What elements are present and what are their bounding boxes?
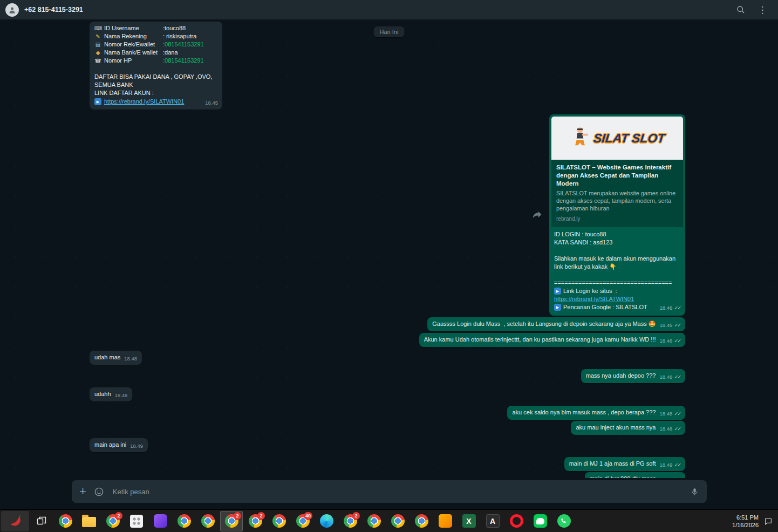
- taskbar-file-explorer[interactable]: [78, 511, 100, 531]
- google-search-label: Pencarian Google : SILATSLOT: [563, 303, 647, 311]
- link-preview-image[interactable]: SILAT SLOT: [551, 117, 683, 160]
- link-label: LINK DAFTAR AKUN :: [94, 89, 217, 97]
- forward-icon[interactable]: [532, 209, 543, 221]
- message-body: ID LOGIN : touco88 KATA SANDI : asd123 S…: [551, 227, 683, 312]
- badge: 2: [115, 512, 122, 520]
- outgoing-message[interactable]: mass nya udah depoo ???18.48✓✓: [581, 369, 685, 383]
- preview-title: SILATSLOT – Website Games Interaktif den…: [556, 163, 678, 188]
- pencil-icon: ✎: [94, 32, 101, 40]
- composer-bar: +: [72, 480, 707, 503]
- taskbar-chrome[interactable]: 2: [101, 511, 124, 531]
- taskbar-purple-app[interactable]: [149, 511, 172, 531]
- field-label: Nama Rekening: [104, 32, 160, 40]
- taskbar-chrome[interactable]: 2: [339, 511, 361, 531]
- taskbar-chrome[interactable]: [363, 511, 385, 531]
- contact-avatar[interactable]: [5, 3, 19, 17]
- message-input[interactable]: [112, 487, 683, 496]
- start-button[interactable]: [1, 511, 29, 531]
- message-text: udahh: [94, 391, 111, 397]
- taskbar-chrome[interactable]: [54, 511, 77, 531]
- outgoing-message[interactable]: Akun kamu Udah otomatis terinjecttt, dan…: [419, 333, 685, 347]
- incoming-message[interactable]: main apa ini18.49: [90, 438, 148, 452]
- taskbar-chrome[interactable]: [196, 511, 219, 531]
- account-field: ☎ Nomor HP :081541153291: [94, 57, 217, 65]
- taskbar-whatsapp[interactable]: [552, 511, 575, 531]
- message-time: 18.48: [115, 391, 128, 399]
- notification-icon[interactable]: [764, 517, 773, 526]
- tray-clock[interactable]: 6:51 PM 1/16/2026: [732, 514, 759, 529]
- attach-plus-icon[interactable]: +: [79, 486, 86, 497]
- message-text: aku mau inject akun mass nya: [576, 424, 656, 431]
- taskbar-chrome[interactable]: [410, 511, 433, 531]
- register-link[interactable]: https://rebrand.ly/SILATWIN01: [104, 98, 184, 106]
- badge: 2: [234, 512, 241, 520]
- taskbar-orange-app[interactable]: [434, 511, 456, 531]
- task-view-button[interactable]: [30, 511, 53, 531]
- taskbar-line[interactable]: [529, 511, 551, 531]
- message-text: main apa ini: [94, 441, 126, 448]
- login-link[interactable]: https://rebrand.ly/SILATWIN01: [554, 295, 634, 303]
- search-icon[interactable]: [733, 2, 749, 18]
- chat-area: Hari Ini ⌨ ID Username :touco88 ✎ Nama R…: [0, 19, 778, 478]
- message-row: Akun kamu Udah otomatis terinjecttt, dan…: [90, 333, 685, 347]
- outgoing-message[interactable]: main di MJ 1 aja mass di PG soft18.49✓✓: [564, 457, 685, 471]
- field-label: Nomor Rek/Ewallet: [104, 40, 160, 49]
- chrome-icon: [415, 514, 428, 528]
- chili-start-icon: [8, 514, 23, 529]
- message-time: 18.46: [659, 321, 672, 329]
- taskbar-chrome[interactable]: 40: [291, 511, 314, 531]
- delivered-ticks-icon: ✓✓: [674, 461, 680, 469]
- incoming-message[interactable]: udahh18.48: [90, 387, 132, 401]
- outgoing-message[interactable]: aku cek saldo nya blm masuk mass , depo …: [507, 406, 685, 420]
- taskbar-edge[interactable]: [315, 511, 338, 531]
- field-value: :081541153291: [163, 57, 204, 65]
- outgoing-message[interactable]: aku mau inject akun mass nya18.48✓✓: [571, 421, 685, 435]
- taskbar-chrome[interactable]: 2: [244, 511, 267, 531]
- outgoing-message-link-card[interactable]: SILAT SLOT SILATSLOT – Website Games Int…: [549, 114, 685, 316]
- mic-icon[interactable]: [690, 487, 699, 496]
- taskbar-chrome[interactable]: [386, 511, 409, 531]
- badge: 40: [304, 512, 312, 520]
- taskbar-chrome[interactable]: [173, 511, 195, 531]
- taskbar-chrome-active[interactable]: 2: [220, 511, 243, 531]
- opera-icon: [510, 514, 523, 528]
- link-preview[interactable]: SILATSLOT – Website Games Interaktif den…: [551, 160, 683, 227]
- line-icon: [534, 514, 547, 528]
- windows-taskbar: 2 2 2 40 2 X A 6:51 PM 1/16/2026: [0, 509, 778, 532]
- chrome-icon: [391, 514, 405, 528]
- menu-icon[interactable]: ⋮: [754, 2, 770, 18]
- delivered-ticks-icon: ✓✓: [674, 321, 680, 329]
- silatslot-logo-text: SILAT SLOT: [593, 134, 665, 142]
- delivered-ticks-icon: ✓✓: [674, 337, 680, 345]
- system-tray: 6:51 PM 1/16/2026: [732, 514, 777, 529]
- contact-name[interactable]: +62 815-4115-3291: [24, 6, 83, 13]
- incoming-message-account-info[interactable]: ⌨ ID Username :touco88 ✎ Nama Rekening :…: [90, 22, 222, 110]
- message-list: ⌨ ID Username :touco88 ✎ Nama Rekening :…: [0, 19, 778, 478]
- message-time: 18.49: [659, 476, 672, 478]
- message-row: mass nya udah depoo ???18.48✓✓: [90, 369, 685, 383]
- link-line: ▶ https://rebrand.ly/SILATWIN01: [94, 98, 217, 106]
- message-row: udah mas18.48: [90, 351, 685, 365]
- message-row: SILAT SLOT SILATSLOT – Website Games Int…: [90, 114, 685, 316]
- taskbar-excel[interactable]: X: [458, 511, 480, 531]
- field-value: : riskisaputra: [163, 32, 196, 40]
- account-field: ◆ Nama Bank/E wallet :dana: [94, 49, 217, 57]
- play-icon: ▶: [554, 288, 561, 295]
- message-time: 18.48: [124, 354, 137, 363]
- emoji-icon[interactable]: [94, 487, 104, 497]
- date-divider: Hari Ini: [374, 26, 405, 37]
- message-row: aku cek saldo nya blm masuk mass , depo …: [90, 406, 685, 420]
- preview-description: SILATSLOT merupakan website games online…: [556, 189, 678, 212]
- outgoing-message[interactable]: main di bet 800 dlu mass18.49✓✓: [585, 472, 685, 478]
- taskbar-opera[interactable]: [505, 511, 528, 531]
- app-grid-icon: [130, 515, 143, 528]
- taskbar-white-app[interactable]: [125, 511, 148, 531]
- taskbar-chrome[interactable]: [268, 511, 290, 531]
- incoming-message[interactable]: udah mas18.48: [90, 351, 142, 365]
- instruction-line: Silahkan masuk ke dalam akun menggunakan…: [554, 255, 680, 271]
- delivered-ticks-icon: ✓✓: [674, 410, 680, 418]
- message-time: 18.46 ✓✓: [659, 304, 680, 312]
- outgoing-message[interactable]: Gaassss Login dulu Mass , setelah itu La…: [427, 317, 685, 331]
- tray-time: 6:51 PM: [732, 514, 759, 521]
- taskbar-letter-app[interactable]: A: [481, 511, 504, 531]
